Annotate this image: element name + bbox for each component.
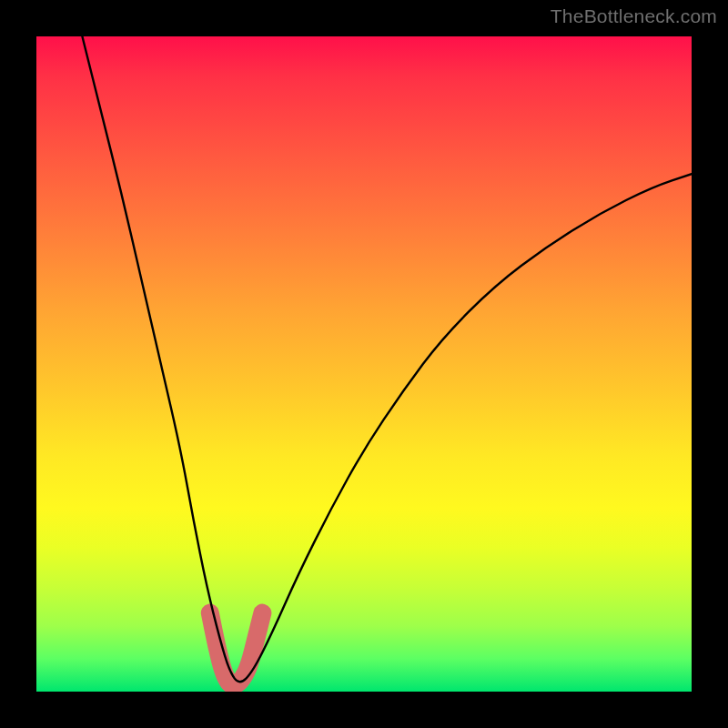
bottleneck-curve-path [82, 36, 692, 682]
curve-svg [36, 36, 692, 692]
chart-frame: TheBottleneck.com [0, 0, 728, 728]
bottleneck-highlight-path [210, 613, 263, 685]
plot-area [36, 36, 692, 692]
watermark-text: TheBottleneck.com [551, 5, 717, 27]
